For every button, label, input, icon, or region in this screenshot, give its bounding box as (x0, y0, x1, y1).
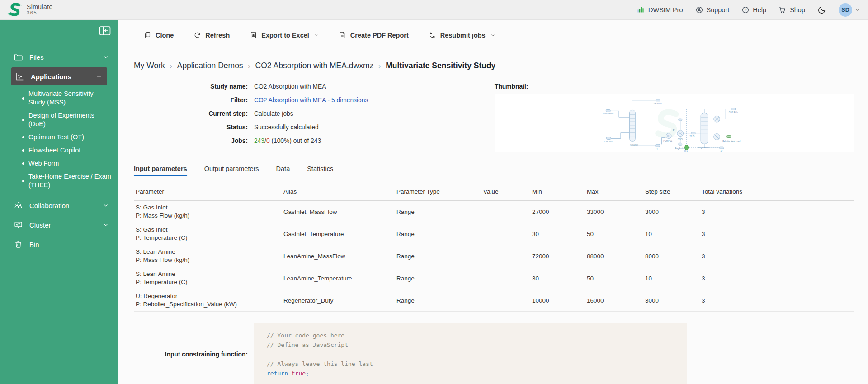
cell-type: Range (395, 201, 481, 223)
cell-total: 3 (700, 201, 854, 223)
sidebar-item-bin[interactable]: Bin (0, 235, 118, 253)
top-navigation: DWSIM Pro Support ? Help (637, 3, 860, 17)
status-value: Successfully calculated (254, 124, 319, 131)
cell-max: 50 (585, 267, 643, 289)
sidebar-item-label: Cluster (29, 221, 51, 229)
subitem-label: Optimum Test (OT) (28, 133, 84, 142)
diagram-label-absorber: Absorber (630, 144, 639, 146)
bullet-dot-icon (22, 97, 24, 100)
cell-step: 3000 (643, 201, 700, 223)
trash-icon (14, 240, 23, 249)
resubmit-jobs-button[interactable]: Resubmit jobs (419, 29, 505, 41)
breadcrumb-item[interactable]: CO2 Absorption with MEA.dwxmz (255, 61, 374, 71)
table-row: U: RegeneratorP: Reboiler_Specification_… (134, 289, 854, 312)
sidebar-item-cluster[interactable]: Cluster (0, 216, 118, 234)
collapse-sidebar-icon (99, 26, 111, 36)
brand-line2: 365 (27, 10, 53, 16)
cell-parameter: S: Lean AmineP: Temperature (C) (134, 267, 282, 289)
sidebar-subitem-flowsheet-copilot[interactable]: Flowsheet Copilot (0, 144, 118, 157)
col-min: Min (530, 185, 585, 201)
tab-input-parameters[interactable]: Input parameters (134, 165, 187, 176)
col-value: Value (481, 185, 530, 201)
code-return-line: return true; (267, 369, 675, 378)
nav-support[interactable]: Support (695, 6, 730, 14)
breadcrumb-separator: › (248, 62, 250, 70)
sidebar-item-files[interactable]: Files (0, 48, 118, 66)
clone-copy-icon (144, 31, 151, 39)
jobs-label: Jobs: (134, 137, 248, 144)
cell-alias: LeanAmine_Temperature (282, 267, 395, 289)
people-icon (14, 201, 23, 210)
cell-value (481, 223, 530, 245)
excel-document-icon (250, 31, 257, 39)
jobs-row: Jobs: 243/0 (100%) out of 243 (134, 137, 495, 147)
code-blank-line (267, 350, 675, 359)
subitem-label: Web Form (28, 159, 59, 168)
filter-row: Filter: CO2 Absorption with MEA - 5 dime… (134, 97, 495, 106)
subitem-label: Design of Experiments (DoE) (28, 111, 111, 128)
cell-min: 30 (530, 223, 585, 245)
constraint-code-editor[interactable]: // Your code goes here // Define as Java… (254, 323, 687, 384)
sidebar-subitem-mss[interactable]: Multivariate Sensitivity Study (MSS) (0, 87, 118, 109)
bullet-dot-icon (22, 180, 24, 182)
cell-step: 3000 (643, 289, 700, 312)
sidebar: Files Applications (0, 20, 118, 384)
cell-value (481, 289, 530, 312)
collapse-sidebar-button[interactable] (99, 25, 111, 36)
cell-min: 10000 (530, 289, 585, 312)
jobs-suffix: (100%) out of 243 (270, 137, 321, 144)
sidebar-subitem-thee[interactable]: Take-Home Exercise / Exam (THEE) (0, 170, 118, 192)
refresh-button[interactable]: Refresh (184, 29, 240, 41)
nav-help[interactable]: ? Help (741, 6, 766, 14)
study-name-label: Study name: (134, 83, 248, 90)
diagram-label-regenerator: Regenerator (698, 147, 710, 149)
chevron-down-icon (491, 33, 495, 38)
subitem-label: Flowsheet Copilot (28, 146, 80, 155)
nav-dwsim-pro[interactable]: DWSIM Pro (637, 5, 683, 14)
diagram-label-reboiler: Reboiler Heat Load (722, 140, 740, 142)
help-icon: ? (741, 6, 750, 14)
user-menu[interactable]: SD (839, 3, 860, 17)
cell-total: 3 (700, 245, 854, 267)
cell-step: 10 (643, 223, 700, 245)
sidebar-subitem-doe[interactable]: Design of Experiments (DoE) (0, 109, 118, 131)
refresh-icon (193, 31, 201, 39)
support-icon (695, 6, 703, 14)
cell-value (481, 267, 530, 289)
dark-mode-toggle[interactable] (817, 5, 826, 14)
brand[interactable]: Simulate 365 (6, 2, 53, 18)
filter-link[interactable]: CO2 Absorption with MEA - 5 dimensions (254, 97, 368, 104)
refresh-label: Refresh (205, 32, 230, 39)
chevron-up-icon (96, 74, 102, 79)
nav-shop[interactable]: Shop (778, 6, 805, 14)
cell-min: 30 (530, 267, 585, 289)
table-row: S: Lean AmineP: Mass Flow (kg/h) LeanAmi… (134, 245, 854, 267)
sidebar-subitem-web-form[interactable]: Web Form (0, 157, 118, 170)
nav-dwsim-label: DWSIM Pro (648, 6, 683, 14)
breadcrumb-item[interactable]: My Work (134, 61, 165, 71)
cell-parameter: U: RegeneratorP: Reboiler_Specification_… (134, 289, 282, 312)
create-pdf-report-label: Create PDF Report (350, 32, 409, 39)
brand-text: Simulate 365 (27, 4, 53, 15)
tab-data[interactable]: Data (276, 165, 290, 176)
col-max: Max (585, 185, 643, 201)
cell-max: 50 (585, 223, 643, 245)
tab-output-parameters[interactable]: Output parameters (204, 165, 259, 176)
filter-label: Filter: (134, 97, 248, 104)
breadcrumb-item[interactable]: Application Demos (177, 61, 243, 71)
breadcrumb-separator: › (378, 62, 381, 70)
sidebar-item-applications[interactable]: Applications (11, 67, 107, 85)
sidebar-item-collaboration[interactable]: Collaboration (0, 196, 118, 214)
create-pdf-report-button[interactable]: Create PDF Report (329, 29, 419, 41)
clone-button[interactable]: Clone (134, 29, 184, 41)
export-to-excel-button[interactable]: Export to Excel (240, 29, 329, 41)
sidebar-item-label: Applications (31, 73, 71, 81)
input-parameters-table: Parameter Alias Parameter Type Value Min… (134, 185, 854, 312)
moon-icon (817, 5, 826, 14)
chevron-down-icon (314, 33, 319, 38)
tab-statistics[interactable]: Statistics (307, 165, 333, 176)
simulate-logo-icon (6, 2, 23, 18)
sidebar-subitem-ot[interactable]: Optimum Test (OT) (0, 131, 118, 144)
cell-alias: GasInlet_Temperature (282, 223, 395, 245)
study-form: Study name: CO2 Absorption with MEA Filt… (134, 83, 495, 152)
